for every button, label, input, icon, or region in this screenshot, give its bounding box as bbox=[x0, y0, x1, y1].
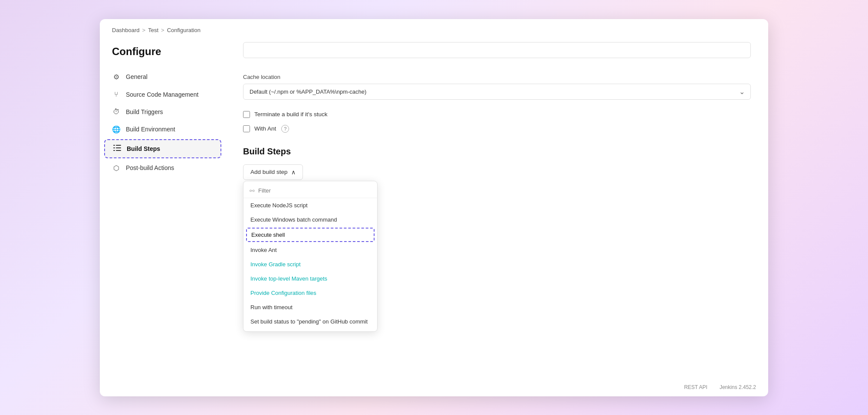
sidebar-item-post-build-actions[interactable]: ⬡ Post-build Actions bbox=[100, 159, 226, 177]
sidebar-item-label: Post-build Actions bbox=[126, 164, 174, 171]
add-build-step-label: Add build step bbox=[250, 169, 288, 175]
sidebar-title: Configure bbox=[100, 42, 226, 68]
svg-rect-5 bbox=[116, 150, 121, 151]
dropdown-filter-row: ⚯ bbox=[243, 184, 377, 198]
hexagon-icon: ⬡ bbox=[112, 164, 121, 172]
cache-location-label: Cache location bbox=[243, 74, 751, 80]
terminate-build-label: Terminate a build if it's stuck bbox=[254, 111, 327, 118]
top-input[interactable] bbox=[243, 42, 751, 58]
add-build-step-container: Add build step ∧ ⚯ Execute NodeJS script… bbox=[243, 164, 303, 180]
terminate-build-row: Terminate a build if it's stuck bbox=[243, 108, 751, 121]
list-icon bbox=[113, 145, 122, 153]
with-ant-row: With Ant ? bbox=[243, 121, 751, 136]
branch-icon: ⑂ bbox=[112, 91, 121, 98]
svg-rect-1 bbox=[116, 145, 121, 146]
gear-icon: ⚙ bbox=[112, 73, 121, 81]
dropdown-item-windows-batch[interactable]: Execute Windows batch command bbox=[243, 212, 377, 227]
breadcrumb-dashboard[interactable]: Dashboard bbox=[112, 27, 140, 33]
sidebar-item-label: General bbox=[126, 73, 148, 80]
svg-rect-3 bbox=[116, 147, 121, 148]
build-steps-title: Build Steps bbox=[243, 147, 751, 157]
dropdown-filter-input[interactable] bbox=[258, 187, 371, 194]
breadcrumb-configuration[interactable]: Configuration bbox=[167, 27, 201, 33]
terminate-build-checkbox[interactable] bbox=[243, 111, 250, 118]
sidebar-item-label: Build Steps bbox=[127, 145, 160, 152]
footer: REST API Jenkins 2.452.2 bbox=[684, 384, 756, 390]
breadcrumb-test[interactable]: Test bbox=[148, 27, 158, 33]
breadcrumb: Dashboard > Test > Configuration bbox=[100, 19, 768, 38]
dropdown-item-set-build-status[interactable]: Set build status to "pending" on GitHub … bbox=[243, 314, 377, 329]
version-label: Jenkins 2.452.2 bbox=[720, 384, 756, 390]
chevron-up-icon: ∧ bbox=[291, 169, 296, 176]
sidebar: Configure ⚙ General ⑂ Source Code Manage… bbox=[100, 38, 226, 396]
dropdown-item-execute-shell[interactable]: Execute shell bbox=[246, 228, 375, 242]
with-ant-label: With Ant bbox=[254, 125, 276, 132]
dropdown-item-invoke-ant[interactable]: Invoke Ant bbox=[243, 243, 377, 257]
sidebar-item-general[interactable]: ⚙ General bbox=[100, 68, 226, 86]
cache-location-select-wrapper: Default (~/.npm or %APP_DATA%\npm-cache) bbox=[243, 84, 751, 100]
cache-location-section: Cache location Default (~/.npm or %APP_D… bbox=[243, 74, 751, 100]
sidebar-item-label: Source Code Management bbox=[126, 91, 198, 98]
top-input-section bbox=[243, 42, 751, 66]
sidebar-item-build-steps[interactable]: Build Steps bbox=[104, 139, 221, 158]
breadcrumb-sep-2: > bbox=[161, 27, 164, 33]
breadcrumb-sep-1: > bbox=[142, 27, 146, 33]
rest-api-link[interactable]: REST API bbox=[684, 384, 707, 390]
content-area: Cache location Default (~/.npm or %APP_D… bbox=[226, 38, 768, 396]
globe-icon: 🌐 bbox=[112, 125, 121, 134]
sidebar-item-source-code-management[interactable]: ⑂ Source Code Management bbox=[100, 86, 226, 103]
svg-rect-4 bbox=[113, 150, 115, 151]
app-window: Dashboard > Test > Configuration Configu… bbox=[100, 19, 768, 396]
dropdown-item-run-timeout[interactable]: Run with timeout bbox=[243, 300, 377, 314]
svg-rect-2 bbox=[113, 147, 115, 148]
with-ant-help-icon[interactable]: ? bbox=[281, 125, 289, 133]
sidebar-item-label: Build Environment bbox=[126, 126, 175, 133]
dropdown-item-invoke-gradle[interactable]: Invoke Gradle script bbox=[243, 257, 377, 271]
add-build-step-button[interactable]: Add build step ∧ bbox=[243, 164, 303, 180]
sidebar-item-build-triggers[interactable]: ⏱ Build Triggers bbox=[100, 103, 226, 121]
clock-icon: ⏱ bbox=[112, 108, 121, 116]
sidebar-item-build-environment[interactable]: 🌐 Build Environment bbox=[100, 121, 226, 138]
dropdown-item-invoke-maven[interactable]: Invoke top-level Maven targets bbox=[243, 271, 377, 286]
with-ant-checkbox[interactable] bbox=[243, 125, 250, 132]
filter-icon: ⚯ bbox=[250, 187, 255, 194]
svg-rect-0 bbox=[113, 145, 115, 146]
dropdown-item-nodejs[interactable]: Execute NodeJS script bbox=[243, 198, 377, 212]
dropdown-item-provide-config[interactable]: Provide Configuration files bbox=[243, 286, 377, 300]
main-layout: Configure ⚙ General ⑂ Source Code Manage… bbox=[100, 38, 768, 396]
build-step-dropdown: ⚯ Execute NodeJS script Execute Windows … bbox=[243, 181, 378, 332]
sidebar-item-label: Build Triggers bbox=[126, 108, 163, 115]
cache-location-select[interactable]: Default (~/.npm or %APP_DATA%\npm-cache) bbox=[243, 84, 751, 100]
